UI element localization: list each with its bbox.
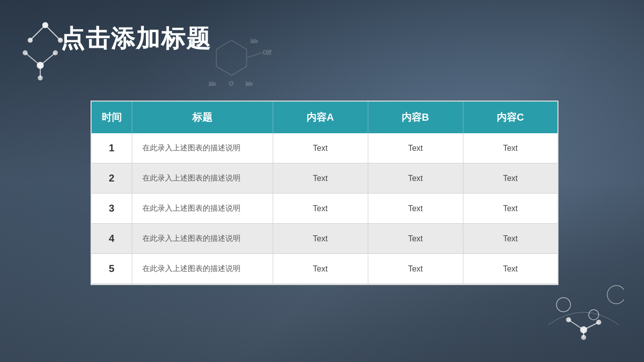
cell-contentC: Text: [463, 224, 557, 254]
cell-contentC: Text: [463, 163, 557, 194]
cell-time: 5: [92, 254, 132, 284]
cell-title: 在此录入上述图表的描述说明: [132, 224, 273, 254]
cell-time: 1: [92, 133, 132, 163]
cell-time: 2: [92, 163, 132, 194]
svg-point-21: [607, 286, 624, 304]
cell-time: 3: [92, 194, 132, 224]
cell-contentC: Text: [463, 133, 557, 163]
svg-marker-0: [216, 40, 247, 75]
table-header-row: 时间 标题 内容A 内容B 内容C: [92, 102, 557, 133]
cell-title: 在此录入上述图表的描述说明: [132, 254, 273, 284]
svg-text:O: O: [229, 80, 233, 87]
svg-line-16: [25, 53, 40, 65]
col-header-title: 标题: [132, 102, 273, 133]
svg-line-26: [569, 320, 584, 330]
svg-line-1: [247, 53, 262, 58]
cell-contentB: Text: [368, 163, 463, 194]
svg-line-17: [40, 53, 55, 65]
col-header-contentC: 内容C: [463, 102, 557, 133]
cell-title: 在此录入上述图表的描述说明: [132, 163, 273, 194]
cell-time: 4: [92, 224, 132, 254]
cell-title: 在此录入上述图表的描述说明: [132, 194, 273, 224]
table-row: 1在此录入上述图表的描述说明TextTextText: [92, 133, 557, 163]
svg-line-10: [30, 25, 45, 40]
table-row: 4在此录入上述图表的描述说明TextTextText: [92, 224, 557, 254]
cell-contentA: Text: [273, 194, 368, 224]
cell-contentB: Text: [368, 194, 463, 224]
table-row: 5在此录入上述图表的描述说明TextTextText: [92, 254, 557, 284]
cell-contentB: Text: [368, 224, 463, 254]
col-header-contentB: 内容B: [368, 102, 463, 133]
svg-text:Me: Me: [250, 38, 258, 44]
svg-point-20: [589, 310, 599, 320]
svg-text:OH: OH: [263, 49, 272, 56]
cell-contentB: Text: [368, 254, 463, 284]
col-header-contentA: 内容A: [273, 102, 368, 133]
cell-contentA: Text: [273, 224, 368, 254]
data-table: 时间 标题 内容A 内容B 内容C 1在此录入上述图表的描述说明TextText…: [92, 102, 557, 284]
table-row: 3在此录入上述图表的描述说明TextTextText: [92, 194, 557, 224]
data-table-container: 时间 标题 内容A 内容B 内容C 1在此录入上述图表的描述说明TextText…: [91, 101, 558, 285]
svg-text:Me: Me: [208, 80, 216, 86]
cell-contentA: Text: [273, 133, 368, 163]
svg-line-11: [45, 25, 60, 40]
cell-contentC: Text: [463, 194, 557, 224]
table-row: 2在此录入上述图表的描述说明TextTextText: [92, 163, 557, 194]
cell-contentA: Text: [273, 254, 368, 284]
page-title[interactable]: 点击添加标题: [60, 23, 211, 55]
cell-contentB: Text: [368, 133, 463, 163]
cell-contentA: Text: [273, 163, 368, 194]
col-header-time: 时间: [92, 102, 132, 133]
cell-contentC: Text: [463, 254, 557, 284]
svg-line-27: [584, 322, 599, 330]
svg-point-19: [556, 298, 571, 312]
svg-text:Me: Me: [245, 80, 253, 86]
cell-title: 在此录入上述图表的描述说明: [132, 133, 273, 163]
